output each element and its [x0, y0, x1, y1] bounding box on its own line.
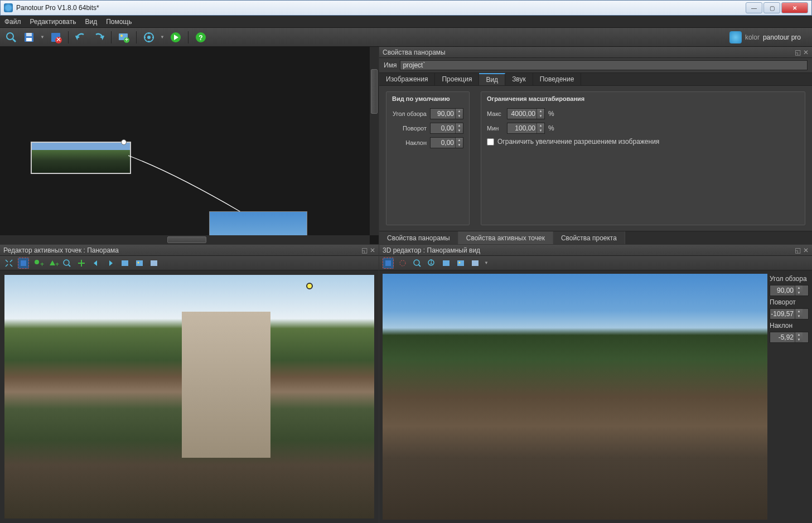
name-label: Имя	[384, 61, 397, 69]
img3d1-icon[interactable]	[441, 258, 452, 269]
svg-marker-31	[109, 260, 113, 266]
tab-sound[interactable]: Звук	[505, 73, 533, 85]
svg-point-24	[35, 260, 39, 264]
limit-zoom-checkbox[interactable]	[487, 138, 494, 146]
svg-marker-26	[50, 260, 55, 265]
svg-point-37	[400, 260, 405, 266]
bottom-tabs: Свойства панорамы Свойства активных точе…	[379, 231, 812, 244]
add-point-icon[interactable]: +	[32, 258, 44, 269]
btab-hotspot-props[interactable]: Свойства активных точек	[458, 231, 553, 244]
hotspot-panorama-view[interactable]	[4, 275, 374, 519]
panel-close-icon[interactable]: ✕	[803, 246, 809, 254]
add-polygon-icon[interactable]: +	[47, 258, 58, 269]
close-button[interactable]: ✕	[781, 2, 808, 13]
name-input[interactable]	[400, 60, 808, 70]
move-icon[interactable]	[76, 258, 87, 269]
panorama-node-2[interactable]	[209, 211, 307, 236]
rot3d-spinbox[interactable]: ▲▼	[770, 308, 809, 319]
tilt-spinbox[interactable]: ▲▼	[430, 137, 463, 148]
tour-canvas[interactable]	[0, 47, 379, 245]
image1-icon[interactable]	[119, 258, 130, 269]
target-icon[interactable]	[397, 258, 408, 269]
editor3d-title: 3D редактор : Панорамный вид	[383, 246, 480, 254]
rot-spinbox[interactable]: ▲▼	[430, 123, 463, 134]
select-rect-icon[interactable]	[18, 258, 29, 269]
canvas-vscrollbar[interactable]	[370, 47, 379, 235]
tab-projection[interactable]: Проекция	[435, 73, 479, 85]
svg-rect-42	[443, 260, 450, 266]
menu-edit[interactable]: Редактировать	[30, 18, 76, 26]
panel-float-icon[interactable]: ◱	[361, 246, 368, 254]
canvas-hscrollbar[interactable]	[0, 235, 370, 244]
fov3d-label: Угол обзора	[770, 274, 809, 284]
panel-close-icon[interactable]: ✕	[803, 49, 809, 56]
default-view-title: Вид по умолчанию	[386, 92, 469, 104]
tab-images[interactable]: Изображения	[379, 73, 435, 85]
svg-rect-35	[151, 260, 157, 266]
panel-close-icon[interactable]: ✕	[370, 246, 375, 254]
img3d2-icon[interactable]	[455, 258, 466, 269]
tab-view[interactable]: Вид	[479, 73, 505, 85]
scene-building	[182, 312, 270, 458]
svg-rect-4	[26, 38, 32, 41]
brand-text1: kolor	[745, 33, 760, 41]
expand-icon[interactable]	[3, 258, 14, 269]
delete-button[interactable]: ✕	[49, 31, 62, 44]
prev-icon[interactable]	[90, 258, 102, 269]
editor3d-controls: Угол обзора ▲▼ Поворот ▲▼ Наклон ▲▼	[770, 274, 809, 520]
hotspot-marker[interactable]	[306, 283, 313, 289]
open-button[interactable]	[4, 31, 18, 44]
brand-text2: panotour pro	[763, 33, 801, 41]
svg-text:+: +	[40, 260, 44, 268]
min-spinbox[interactable]: ▲▼	[507, 123, 545, 134]
add-image-button[interactable]: +	[117, 31, 130, 44]
save-button[interactable]	[22, 31, 36, 44]
svg-point-28	[64, 260, 69, 265]
maximize-button[interactable]: ▢	[763, 2, 780, 13]
image2-icon[interactable]	[134, 258, 145, 269]
panorama-node-1[interactable]	[31, 142, 131, 174]
btab-pano-props[interactable]: Свойства панорамы	[379, 231, 458, 244]
app-icon	[4, 3, 13, 12]
play-button[interactable]	[169, 31, 182, 44]
hotspot-handle-icon[interactable]	[121, 139, 127, 145]
tilt3d-spinbox[interactable]: ▲▼	[770, 332, 809, 343]
next-icon[interactable]	[105, 258, 116, 269]
menu-file[interactable]: Файл	[4, 18, 21, 26]
btab-project-props[interactable]: Свойства проекта	[553, 231, 625, 244]
zoomfit-icon[interactable]: 1	[426, 258, 437, 269]
editor3d-view[interactable]	[383, 274, 767, 520]
link-arrow-icon	[128, 156, 262, 217]
fov3d-spinbox[interactable]: ▲▼	[770, 285, 809, 296]
svg-text:+: +	[55, 260, 59, 268]
image3-icon[interactable]	[148, 258, 160, 269]
tab-behavior[interactable]: Поведение	[533, 73, 582, 85]
svg-line-39	[419, 265, 420, 267]
svg-line-1	[13, 39, 16, 42]
brand: kolor panotour pro	[729, 31, 808, 43]
select3d-icon[interactable]	[383, 258, 394, 269]
minimize-button[interactable]: —	[746, 2, 762, 13]
min-label: Мин	[487, 125, 504, 132]
img3d3-icon[interactable]	[470, 258, 481, 269]
svg-text:1: 1	[429, 258, 433, 266]
menu-view[interactable]: Вид	[85, 18, 97, 26]
svg-text:+: +	[124, 36, 128, 43]
properties-header: Свойства панорамы ◱✕	[379, 47, 812, 58]
max-spinbox[interactable]: ▲▼	[507, 108, 545, 119]
undo-button[interactable]	[74, 31, 88, 44]
panel-float-icon[interactable]: ◱	[795, 49, 801, 56]
settings-button[interactable]	[142, 31, 156, 44]
svg-text:✕: ✕	[56, 36, 61, 43]
panel-float-icon[interactable]: ◱	[795, 246, 801, 254]
menu-help[interactable]: Помощь	[106, 18, 132, 26]
window-title: Panotour Pro V1.8.0 64bits*	[16, 4, 746, 12]
zoom3d-icon[interactable]	[412, 258, 423, 269]
redo-button[interactable]	[92, 31, 105, 44]
fov-spinbox[interactable]: ▲▼	[430, 108, 463, 119]
zoom-limits-title: Ограничения масштабирования	[481, 92, 805, 104]
zoom-icon[interactable]	[61, 258, 72, 269]
svg-point-38	[414, 260, 419, 265]
svg-line-29	[69, 265, 70, 267]
help-button[interactable]: ?	[194, 31, 207, 44]
